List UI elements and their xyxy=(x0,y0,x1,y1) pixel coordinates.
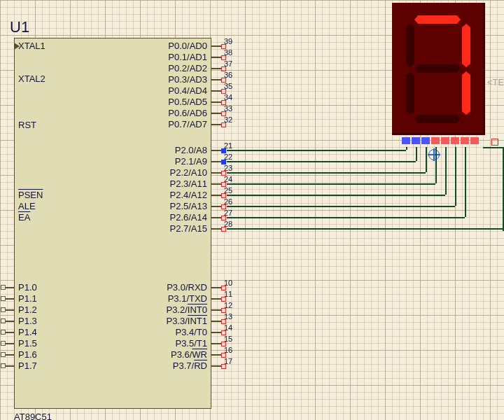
pin-stub xyxy=(211,183,221,185)
pin-label-right: P3.4/T0 xyxy=(175,327,207,337)
pin-terminal[interactable] xyxy=(1,363,6,368)
probe-marker[interactable] xyxy=(428,149,440,160)
pin-stub xyxy=(211,365,221,367)
pin-label-right: P0.4/AD4 xyxy=(168,85,207,96)
net-wire[interactable] xyxy=(227,183,435,185)
pin-stub xyxy=(211,46,221,47)
pin-terminal[interactable] xyxy=(1,352,6,357)
pin-stub xyxy=(6,321,14,322)
pin-terminal[interactable] xyxy=(1,307,6,312)
pin-stub xyxy=(211,309,221,311)
pin-terminal[interactable] xyxy=(221,364,226,369)
pin-label-left: P1.1 xyxy=(18,293,37,304)
pin-stub xyxy=(211,113,221,114)
net-wire[interactable] xyxy=(227,172,426,174)
pin-stub xyxy=(211,150,221,151)
pin-label-left: P1.3 xyxy=(18,316,37,326)
pin-stub xyxy=(211,206,221,207)
pin-terminal[interactable] xyxy=(1,318,6,323)
pin-stub xyxy=(6,343,14,344)
net-wire[interactable] xyxy=(455,147,456,206)
pin-stub xyxy=(211,287,221,288)
pin-label-right: P2.0/A8 xyxy=(175,145,207,155)
net-wire[interactable] xyxy=(435,147,437,183)
pin-stub xyxy=(211,57,221,58)
pin-stub xyxy=(6,287,14,288)
pin-label-left: P1.6 xyxy=(18,349,37,360)
pin-label-right: P3.7/RD xyxy=(173,360,207,371)
pin-label-right: P3.0/RXD xyxy=(167,282,207,293)
pin-stub xyxy=(211,102,221,103)
net-wire[interactable] xyxy=(426,147,427,172)
pin-stub xyxy=(211,68,221,69)
pin-label-right: P0.6/AD6 xyxy=(168,108,207,118)
pin-label-left: EA xyxy=(18,212,30,223)
segment-g xyxy=(414,64,461,73)
segment-a xyxy=(414,15,461,24)
net-wire[interactable] xyxy=(416,147,417,161)
net-wire[interactable] xyxy=(465,147,466,217)
pin-label-left: P1.5 xyxy=(18,338,37,349)
pin-label-right: P0.7/AD7 xyxy=(168,119,207,130)
pin-terminal[interactable] xyxy=(221,227,226,232)
net-wire[interactable] xyxy=(227,195,445,196)
pin-stub xyxy=(211,124,221,125)
pin-stub xyxy=(211,228,221,230)
pin-label-right: P0.5/AD5 xyxy=(168,97,207,107)
pin-stub xyxy=(211,172,221,174)
pin-label-right: P0.3/AD3 xyxy=(168,74,207,85)
pin-label-left: P1.0 xyxy=(18,282,37,293)
net-wire[interactable] xyxy=(227,217,465,218)
pin-stub xyxy=(211,321,221,322)
pin-direction-arrow xyxy=(14,43,20,50)
net-wire[interactable] xyxy=(227,206,455,207)
pin-stub xyxy=(6,354,14,356)
pin-stub xyxy=(6,309,14,311)
display-common-terminal[interactable] xyxy=(491,139,498,146)
pin-label-left: XTAL1 xyxy=(18,41,46,51)
pin-stub xyxy=(6,332,14,333)
segment-c xyxy=(462,71,470,115)
pin-label-right: P2.6/A14 xyxy=(170,212,208,223)
net-wire[interactable] xyxy=(227,161,416,162)
pin-label-right: P3.1/TXD xyxy=(168,293,207,304)
pin-terminal[interactable] xyxy=(1,341,6,346)
segment-f xyxy=(406,24,414,67)
pin-label-right: P2.2/A10 xyxy=(170,167,208,178)
segment-b xyxy=(462,24,470,67)
pin-label-right: P2.3/A11 xyxy=(170,178,208,189)
net-wire[interactable] xyxy=(227,150,406,151)
pin-label-right: P0.1/AD1 xyxy=(168,52,207,62)
pin-label-left: ALE xyxy=(18,201,36,211)
pin-stub xyxy=(211,354,221,356)
display-pin-row xyxy=(402,137,480,144)
pin-label-left: P1.4 xyxy=(18,327,37,337)
net-wire[interactable] xyxy=(483,147,504,148)
pin-label-right: P2.1/A9 xyxy=(175,156,207,167)
pin-terminal[interactable] xyxy=(1,285,6,290)
pin-stub xyxy=(211,161,221,162)
pin-label-left: XTAL2 xyxy=(18,74,46,84)
pin-terminal[interactable] xyxy=(221,122,226,127)
net-wire[interactable] xyxy=(445,147,447,195)
segment-e xyxy=(406,71,414,115)
text-placeholder[interactable]: <TE xyxy=(487,77,504,88)
net-wire[interactable] xyxy=(406,147,407,150)
chip-reference: U1 xyxy=(10,18,29,36)
pin-stub xyxy=(211,343,221,344)
pin-label-right: P2.5/A13 xyxy=(170,201,208,211)
pin-stub xyxy=(211,79,221,80)
pin-label-right: P2.7/A15 xyxy=(170,223,208,234)
pin-terminal[interactable] xyxy=(1,330,6,335)
pin-label-left: P1.2 xyxy=(18,304,37,315)
pin-label-right: P3.3/INT1 xyxy=(166,316,207,326)
net-wire[interactable] xyxy=(227,228,504,230)
pin-terminal[interactable] xyxy=(1,296,6,301)
pin-stub xyxy=(6,298,14,300)
seven-segment-display[interactable] xyxy=(392,3,485,135)
pin-label-left: P1.7 xyxy=(18,360,37,371)
pin-label-left: PSEN xyxy=(18,190,43,200)
pin-label-right: P3.6/WR xyxy=(171,349,207,360)
pin-stub xyxy=(6,365,14,367)
chip-partname: AT89C51 xyxy=(14,412,52,420)
